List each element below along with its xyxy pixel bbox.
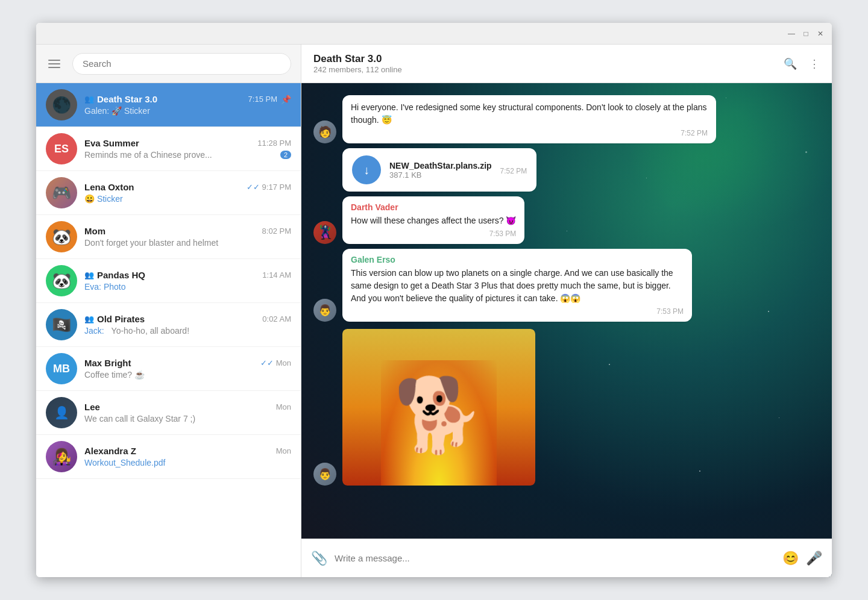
chat-info: Lena Oxton ✓✓ 9:17 PM 😀 Sticker [84, 182, 291, 204]
message-time: 7:52 PM [351, 129, 708, 137]
message-input[interactable] [335, 553, 775, 563]
chat-time: 0:02 AM [262, 314, 291, 323]
chat-time: 7:15 PM [248, 95, 277, 104]
chat-info: 👥 Pandas HQ 1:14 AM Eva: Photo [84, 270, 291, 292]
list-item[interactable]: 👤 Lee Mon We can call it Galaxy Star 7 ;… [36, 391, 301, 435]
list-item[interactable]: 🌑 👥 Death Star 3.0 7:15 PM 📌 [36, 83, 301, 127]
message-bubble: Galen Erso This version can blow up two … [342, 249, 692, 322]
chat-time: Mon [276, 358, 291, 367]
message-bubble: Darth Vader How will these changes affec… [342, 196, 524, 244]
sticker-message: 👨 🐕 [313, 329, 820, 486]
chat-info: Max Bright ✓✓ Mon Coffee time? ☕ [84, 358, 291, 380]
chat-name: 👥 Old Pirates [84, 314, 145, 324]
chat-info: 👥 Death Star 3.0 7:15 PM 📌 Galen: 🚀 Stic… [84, 94, 291, 116]
chat-list: 🌑 👥 Death Star 3.0 7:15 PM 📌 [36, 83, 301, 577]
chat-header-actions: 🔍 ⋮ [784, 57, 820, 70]
minimize-button[interactable]: — [787, 30, 796, 38]
chat-time: 11:28 PM [257, 139, 291, 148]
main-content: 🌑 👥 Death Star 3.0 7:15 PM 📌 [36, 45, 832, 577]
chat-preview: 😀 Sticker [84, 194, 291, 204]
avatar: 👤 [46, 397, 77, 428]
chat-name: Mom [84, 226, 105, 236]
message-row: 🦹 Darth Vader How will these changes aff… [313, 196, 820, 244]
sender-avatar: 👨 [313, 299, 336, 322]
chat-name: Eva Summer [84, 138, 139, 148]
list-item[interactable]: 🐼 Mom 8:02 PM Don't forget your blaster … [36, 215, 301, 259]
sender-name: Galen Erso [351, 255, 684, 264]
avatar: 🌑 [46, 89, 77, 120]
chat-info: Lee Mon We can call it Galaxy Star 7 ;) [84, 402, 291, 423]
message-text: This version can blow up two planets on … [351, 267, 684, 305]
sidebar-header [36, 45, 301, 83]
chat-info: Mom 8:02 PM Don't forget your blaster an… [84, 226, 291, 248]
search-input[interactable] [72, 53, 291, 75]
microphone-button[interactable]: 🎤 [806, 551, 822, 566]
chat-subtitle: 242 members, 112 online [313, 65, 402, 74]
list-item[interactable]: 🐼 👥 Pandas HQ 1:14 AM Eva: Photo [36, 259, 301, 303]
chat-name: Max Bright [84, 358, 131, 368]
search-icon[interactable]: 🔍 [784, 57, 797, 70]
avatar: 🎮 [46, 177, 77, 208]
list-item[interactable]: 🎮 Lena Oxton ✓✓ 9:17 PM 😀 Sticker [36, 171, 301, 215]
avatar: MB [46, 353, 77, 384]
chat-area: Death Star 3.0 242 members, 112 online 🔍… [301, 45, 832, 577]
chat-time: 8:02 PM [262, 227, 291, 236]
message-text: How will these changes affect the users?… [351, 214, 516, 227]
sticker-container: 🐕 [342, 329, 535, 486]
sender-avatar: 🦹 [313, 221, 336, 244]
message-time: 7:53 PM [351, 307, 684, 316]
chat-header: Death Star 3.0 242 members, 112 online 🔍… [301, 45, 832, 83]
list-item[interactable]: 👩‍🎤 Alexandra Z Mon Workout_Shedule.pdf [36, 435, 301, 479]
sender-avatar: 🧑 [313, 120, 336, 143]
attach-button[interactable]: 📎 [311, 551, 327, 566]
chat-time: 9:17 PM [262, 183, 291, 192]
sender-name: Darth Vader [351, 202, 516, 212]
read-icon: ✓✓ [247, 183, 260, 192]
chat-time: 1:14 AM [262, 270, 291, 280]
read-icon: ✓✓ [260, 358, 274, 367]
chat-header-info: Death Star 3.0 242 members, 112 online [313, 53, 402, 74]
file-name: NEW_DeathStar.plans.zip [389, 161, 492, 170]
messages-area: 🧑 Hi everyone. I've redesigned some key … [301, 83, 832, 539]
chat-name: 👥 Death Star 3.0 [84, 94, 157, 104]
avatar: ES [46, 133, 77, 164]
more-options-icon[interactable]: ⋮ [809, 57, 820, 70]
close-button[interactable]: ✕ [816, 30, 825, 38]
chat-preview: Don't forget your blaster and helmet [84, 238, 291, 248]
emoji-button[interactable]: 😊 [782, 551, 799, 566]
download-button[interactable]: ↓ [352, 155, 381, 184]
chat-name: 👥 Pandas HQ [84, 270, 145, 280]
app-window: — □ ✕ 🌑 👥 [36, 23, 832, 577]
menu-button[interactable] [46, 57, 63, 70]
unread-badge: 2 [280, 151, 291, 159]
chat-name: Lena Oxton [84, 182, 134, 192]
list-item[interactable]: 🏴‍☠️ 👥 Old Pirates 0:02 AM Jack: Yo-ho-h… [36, 303, 301, 347]
sender-avatar: 👨 [313, 463, 336, 486]
chat-time: Mon [276, 402, 291, 411]
message-row: 👨 Galen Erso This version can blow up tw… [313, 249, 820, 322]
message-time: 7:52 PM [500, 167, 527, 175]
sender-avatar-spacer [313, 169, 336, 192]
file-size: 387.1 KB [389, 170, 492, 180]
message-time: 7:53 PM [351, 230, 516, 238]
chat-title: Death Star 3.0 [313, 53, 402, 65]
chat-preview: Galen: 🚀 Sticker [84, 106, 291, 116]
chat-preview: Eva: Photo [84, 282, 291, 292]
chat-preview: Workout_Shedule.pdf [84, 458, 291, 467]
chat-preview: Reminds me of a Chinese prove... 2 [84, 150, 291, 160]
chat-name: Alexandra Z [84, 446, 136, 456]
avatar: 🐼 [46, 221, 77, 252]
message-row: 🧑 Hi everyone. I've redesigned some key … [313, 95, 820, 143]
chat-info: 👥 Old Pirates 0:02 AM Jack: Yo-ho-ho, al… [84, 314, 291, 336]
avatar: 🐼 [46, 265, 77, 296]
chat-name: Lee [84, 402, 100, 412]
message-bubble: Hi everyone. I've redesigned some key st… [342, 95, 716, 143]
title-bar-controls: — □ ✕ [787, 30, 825, 38]
message-input-area: 📎 😊 🎤 [301, 539, 832, 577]
list-item[interactable]: MB Max Bright ✓✓ Mon Coffee time? ☕ [36, 347, 301, 391]
chat-time: Mon [276, 446, 291, 455]
list-item[interactable]: ES Eva Summer 11:28 PM Reminds me of a C… [36, 127, 301, 171]
title-bar: — □ ✕ [36, 23, 832, 45]
maximize-button[interactable]: □ [802, 30, 810, 38]
file-message: ↓ NEW_DeathStar.plans.zip 387.1 KB 7:52 … [342, 148, 536, 192]
